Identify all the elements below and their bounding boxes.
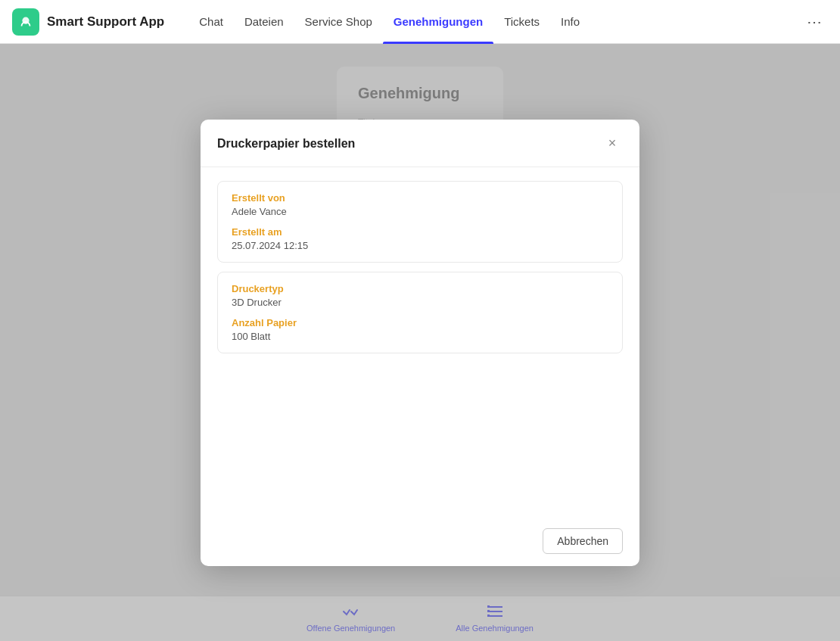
modal-body: Erstellt von Adele Vance Erstellt am 25.… (201, 167, 639, 516)
erstellt-von-value: Adele Vance (232, 206, 608, 217)
modal-title: Druckerpapier bestellen (217, 137, 355, 151)
druckertyp-value: 3D Drucker (232, 297, 608, 308)
modal-overlay: Druckerpapier bestellen × Erstellt von A… (0, 44, 840, 641)
cancel-button[interactable]: Abbrechen (543, 528, 623, 554)
erstellt-von-label: Erstellt von (232, 192, 608, 204)
more-menu-button[interactable]: ⋯ (801, 13, 828, 31)
modal-field-erstellt-am: Erstellt am 25.07.2024 12:15 (232, 226, 608, 251)
modal-footer: Abbrechen (201, 516, 639, 566)
modal-close-button[interactable]: × (602, 133, 623, 154)
nav-dateien[interactable]: Dateien (234, 0, 294, 44)
modal-field-druckertyp: Druckertyp 3D Drucker (232, 283, 608, 308)
nav-info[interactable]: Info (550, 0, 590, 44)
modal-card-2: Druckertyp 3D Drucker Anzahl Papier 100 … (217, 272, 623, 353)
nav-tickets[interactable]: Tickets (493, 0, 550, 44)
modal-header: Druckerpapier bestellen × (201, 120, 639, 167)
nav-links: Chat Dateien Service Shop Genehmigungen … (188, 0, 590, 44)
erstellt-am-label: Erstellt am (232, 226, 608, 238)
nav-chat[interactable]: Chat (188, 0, 234, 44)
anzahl-papier-value: 100 Blatt (232, 331, 608, 342)
erstellt-am-value: 25.07.2024 12:15 (232, 240, 608, 251)
druckertyp-label: Druckertyp (232, 283, 608, 294)
nav-genehmigungen[interactable]: Genehmigungen (383, 0, 493, 44)
anzahl-papier-label: Anzahl Papier (232, 317, 608, 328)
top-navigation: Smart Support App Chat Dateien Service S… (0, 0, 840, 44)
modal-field-anzahl-papier: Anzahl Papier 100 Blatt (232, 317, 608, 342)
modal-field-erstellt-von: Erstellt von Adele Vance (232, 192, 608, 217)
nav-service-shop[interactable]: Service Shop (294, 0, 383, 44)
modal-card-1: Erstellt von Adele Vance Erstellt am 25.… (217, 181, 623, 263)
modal-dialog: Druckerpapier bestellen × Erstellt von A… (201, 120, 639, 566)
app-logo (12, 8, 39, 36)
app-name: Smart Support App (47, 14, 164, 30)
